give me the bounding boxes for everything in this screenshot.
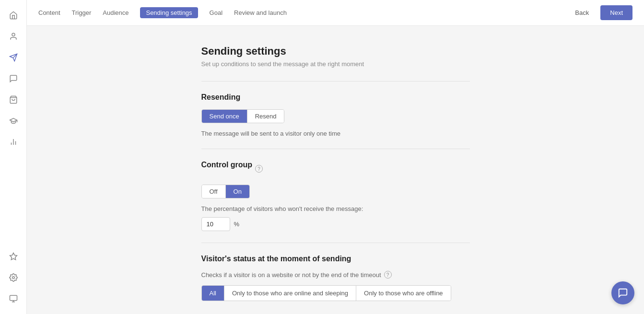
tab-audience[interactable]: Audience: [103, 7, 129, 18]
main-content: Content Trigger Audience Sending setting…: [27, 0, 644, 314]
svg-rect-9: [10, 295, 17, 301]
visitor-status-description: Checks if a visitor is on a website or n…: [201, 271, 381, 279]
control-group-section: Control group ? Off On The percentage of…: [201, 161, 470, 231]
form-container: Sending settings Set up conditions to se…: [192, 45, 480, 301]
visitor-status-description-row: Checks if a visitor is on a website or n…: [201, 271, 470, 279]
control-group-toggle-group: Off On: [201, 185, 250, 198]
status-offline-button[interactable]: Only to those who are offline: [356, 286, 451, 301]
percentage-symbol: %: [234, 221, 240, 228]
status-online-sleeping-button[interactable]: Only to those who are online and sleepin…: [224, 286, 356, 301]
tab-goal[interactable]: Goal: [210, 7, 222, 18]
back-button[interactable]: Back: [569, 6, 595, 19]
resending-toggle-group: Send once Resend: [201, 109, 285, 123]
integrations-icon[interactable]: [4, 247, 23, 266]
resend-button[interactable]: Resend: [247, 110, 284, 123]
tab-review-launch[interactable]: Review and launch: [234, 7, 287, 18]
divider-3: [201, 243, 470, 243]
percentage-input[interactable]: [201, 217, 230, 231]
page-content: Sending settings Set up conditions to se…: [27, 26, 644, 314]
top-navigation: Content Trigger Audience Sending setting…: [27, 0, 644, 26]
status-all-button[interactable]: All: [202, 286, 224, 301]
page-title: Sending settings: [201, 45, 470, 58]
visitor-status-help-icon[interactable]: ?: [384, 271, 392, 279]
svg-marker-7: [10, 253, 17, 260]
products-icon[interactable]: [4, 90, 23, 109]
send-once-button[interactable]: Send once: [202, 110, 247, 123]
resending-section: Resending Send once Resend The message w…: [201, 93, 470, 137]
sidebar: [0, 0, 27, 314]
tab-content[interactable]: Content: [38, 7, 60, 18]
tab-sending-settings[interactable]: Sending settings: [140, 7, 198, 18]
nav-actions: Back Next: [569, 5, 632, 20]
next-button[interactable]: Next: [600, 5, 632, 20]
resending-title: Resending: [201, 93, 470, 102]
svg-point-0: [12, 33, 15, 36]
users-icon[interactable]: [4, 27, 23, 46]
divider-2: [201, 149, 470, 149]
control-group-off-button[interactable]: Off: [202, 185, 225, 198]
page-subtitle: Set up conditions to send the message at…: [201, 60, 470, 68]
control-group-title: Control group: [201, 161, 253, 169]
nav-tabs: Content Trigger Audience Sending setting…: [38, 7, 287, 18]
visitor-status-section: Visitor's status at the moment of sendin…: [201, 255, 470, 301]
percentage-row: %: [201, 217, 470, 231]
billing-icon[interactable]: [4, 289, 23, 308]
divider-1: [201, 81, 470, 81]
control-group-help-icon[interactable]: ?: [255, 165, 263, 173]
control-group-on-button[interactable]: On: [225, 185, 249, 198]
resending-description: The message will be sent to a visitor on…: [201, 130, 470, 137]
control-group-title-row: Control group ?: [201, 161, 470, 177]
messages-icon[interactable]: [4, 69, 23, 88]
control-group-description: The percentage of visitors who won't rec…: [201, 205, 470, 212]
settings-icon[interactable]: [4, 268, 23, 287]
analytics-icon[interactable]: [4, 132, 23, 151]
visitor-status-toggle-group: All Only to those who are online and sle…: [201, 285, 451, 301]
visitor-status-title: Visitor's status at the moment of sendin…: [201, 255, 470, 263]
tab-trigger[interactable]: Trigger: [72, 7, 92, 18]
home-icon[interactable]: [4, 6, 23, 25]
chat-bubble[interactable]: [611, 281, 634, 304]
academy-icon[interactable]: [4, 111, 23, 130]
campaigns-icon[interactable]: [4, 48, 23, 67]
svg-point-8: [12, 277, 14, 279]
